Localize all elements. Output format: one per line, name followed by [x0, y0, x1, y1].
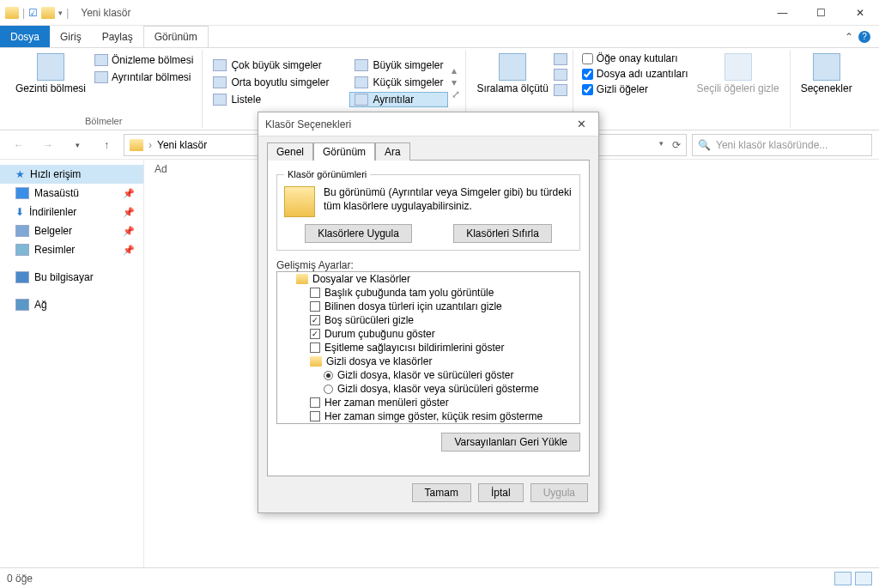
group-by-icon[interactable]	[554, 53, 567, 65]
sidebar-item-network[interactable]: Ağ	[0, 295, 143, 314]
tree-group-files-folders[interactable]: Dosyalar ve Klasörler	[277, 272, 579, 286]
status-bar: 0 öğe	[0, 567, 879, 588]
qat-folder-icon[interactable]	[41, 7, 55, 19]
tab-share[interactable]: Paylaş	[92, 26, 143, 47]
checkbox-icon[interactable]	[310, 397, 320, 408]
tree-radio-hide-hidden[interactable]: Gizli dosya, klasör veya sürücüleri göst…	[277, 382, 579, 396]
checkbox-icon[interactable]	[310, 342, 320, 353]
search-box[interactable]: 🔍 Yeni klasör klasöründe...	[692, 134, 872, 156]
ribbon-collapse-icon[interactable]: ⌃	[845, 31, 853, 43]
layout-list[interactable]: Listele	[208, 92, 334, 107]
tree-item-always-menus[interactable]: Her zaman menüleri göster	[277, 396, 579, 409]
layout-details[interactable]: Ayrıntılar	[349, 92, 448, 107]
sidebar-item-quick-access[interactable]: ★Hızlı erişim	[0, 165, 143, 184]
sidebar-item-desktop[interactable]: Masaüstü📌	[0, 184, 143, 203]
tree-item-fullpath[interactable]: Başlık çubuğunda tam yolu görüntüle	[277, 286, 579, 300]
list-icon	[213, 94, 227, 106]
layout-medium[interactable]: Orta boyutlu simgeler	[208, 75, 334, 90]
refresh-button[interactable]: ⟳	[672, 139, 681, 151]
cancel-button[interactable]: İptal	[478, 483, 524, 502]
computer-icon	[15, 271, 29, 283]
checkbox-icon[interactable]: ✓	[310, 329, 320, 339]
qat-dropdown-icon[interactable]: ▾	[58, 9, 63, 17]
layout-scroll-up-icon[interactable]: ▴	[452, 64, 460, 76]
back-button[interactable]: ←	[7, 133, 31, 157]
star-icon: ★	[15, 168, 25, 180]
breadcrumb-item[interactable]: Yeni klasör	[157, 139, 207, 151]
sort-icon	[499, 53, 526, 81]
layout-large[interactable]: Büyük simgeler	[349, 58, 448, 73]
options-button[interactable]: Seçenekler	[796, 50, 858, 98]
address-dropdown-icon[interactable]: ▾	[659, 139, 664, 151]
tree-item-show-statusbar[interactable]: ✓Durum çubuğunu göster	[277, 327, 579, 341]
download-icon: ⬇	[15, 206, 24, 218]
sort-by-button[interactable]: Sıralama ölçütü	[471, 50, 553, 98]
dialog-tab-view[interactable]: Görünüm	[313, 142, 375, 161]
checkbox-icon[interactable]: ✓	[310, 315, 320, 325]
view-details-icon[interactable]	[834, 572, 852, 585]
dialog-tab-search[interactable]: Ara	[375, 142, 410, 161]
item-checkboxes-toggle[interactable]: Öğe onay kutuları	[579, 52, 692, 65]
hidden-items-toggle[interactable]: Gizli öğeler	[579, 82, 692, 96]
forward-button[interactable]: →	[36, 133, 60, 157]
file-extensions-toggle[interactable]: Dosya adı uzantıları	[579, 67, 692, 81]
sidebar-item-this-pc[interactable]: Bu bilgisayar	[0, 268, 143, 287]
tab-file[interactable]: Dosya	[0, 26, 50, 47]
pin-icon: 📌	[123, 188, 135, 199]
ribbon-help[interactable]: ⌃ ?	[836, 26, 879, 47]
tree-group-hidden-files[interactable]: Gizli dosya ve klasörler	[277, 355, 579, 368]
apply-button[interactable]: Uygula	[530, 483, 588, 502]
restore-defaults-button[interactable]: Varsayılanları Geri Yükle	[441, 433, 580, 452]
breadcrumb-chevron-icon[interactable]: ›	[149, 139, 152, 151]
maximize-button[interactable]: ☐	[802, 0, 840, 26]
tree-item-hide-empty-drives[interactable]: ✓Boş sürücüleri gizle	[277, 313, 579, 327]
window-title: Yeni klasör	[81, 7, 130, 19]
minimize-button[interactable]: —	[763, 0, 802, 26]
search-placeholder: Yeni klasör klasöründe...	[716, 139, 827, 151]
layout-more-icon[interactable]: ⤢	[452, 88, 460, 100]
details-pane-button[interactable]: Ayrıntılar bölmesi	[91, 70, 197, 84]
layout-scroll-down-icon[interactable]: ▾	[452, 76, 460, 88]
advanced-settings-tree[interactable]: Dosyalar ve Klasörler Başlık çubuğunda t…	[276, 271, 580, 424]
sidebar-item-pictures[interactable]: Resimler📌	[0, 240, 143, 259]
tab-view[interactable]: Görünüm	[143, 26, 209, 47]
close-button[interactable]: ✕	[840, 0, 879, 26]
qat-checkbox-icon[interactable]: ☑	[28, 7, 38, 19]
checkbox-icon[interactable]	[310, 288, 320, 298]
tab-home[interactable]: Giriş	[50, 26, 92, 47]
up-button[interactable]: ↑	[94, 133, 118, 157]
column-header-name[interactable]: Ad	[155, 163, 167, 175]
dialog-close-button[interactable]: ✕	[572, 116, 591, 132]
sidebar-item-documents[interactable]: Belgeler📌	[0, 221, 143, 240]
size-columns-icon[interactable]	[554, 84, 567, 96]
recent-locations-button[interactable]: ▾	[65, 133, 89, 157]
folder-views-legend: Klasör görünümleri	[284, 169, 370, 179]
radio-icon[interactable]	[324, 371, 333, 380]
tree-item-hide-ext[interactable]: Bilinen dosya türleri için uzantıları gi…	[277, 300, 579, 313]
dialog-tab-general[interactable]: Genel	[267, 142, 313, 161]
details-icon	[355, 94, 368, 106]
preview-pane-button[interactable]: Önizleme bölmesi	[91, 53, 197, 67]
layout-small[interactable]: Küçük simgeler	[349, 75, 448, 90]
layout-extra-large[interactable]: Çok büyük simgeler	[208, 58, 334, 73]
details-pane-icon	[94, 71, 108, 83]
apply-to-folders-button[interactable]: Klasörlere Uygula	[305, 224, 412, 243]
sidebar-item-downloads[interactable]: ⬇İndirilenler📌	[0, 203, 143, 221]
tree-item-always-icons[interactable]: Her zaman simge göster, küçük resim göst…	[277, 409, 579, 423]
navigation-pane-button[interactable]: Gezinti bölmesi	[10, 50, 91, 98]
checkbox-icon[interactable]	[310, 301, 320, 312]
ribbon-group-panes: Gezinti bölmesi Önizleme bölmesi Ayrıntı…	[5, 50, 203, 128]
add-columns-icon[interactable]	[554, 69, 567, 81]
tree-radio-show-hidden[interactable]: Gizli dosya, klasör ve sürücüleri göster	[277, 368, 579, 382]
ribbon-group-showhide: Öğe onay kutuları Dosya adı uzantıları G…	[573, 50, 791, 128]
checkbox-icon[interactable]	[310, 411, 320, 421]
reset-folders-button[interactable]: Klasörleri Sıfırla	[453, 224, 552, 243]
folder-options-dialog: Klasör Seçenekleri ✕ Genel Görünüm Ara K…	[258, 112, 599, 513]
hide-selected-button[interactable]: Seçili öğeleri gizle	[692, 50, 785, 98]
view-thumbnails-icon[interactable]	[855, 572, 872, 585]
help-icon[interactable]: ?	[858, 31, 870, 43]
tree-item-sync-provider[interactable]: Eşitleme sağlayıcısı bildirimlerini göst…	[277, 341, 579, 355]
folder-views-icon	[284, 186, 315, 217]
radio-icon[interactable]	[324, 385, 333, 394]
ok-button[interactable]: Tamam	[412, 483, 471, 502]
